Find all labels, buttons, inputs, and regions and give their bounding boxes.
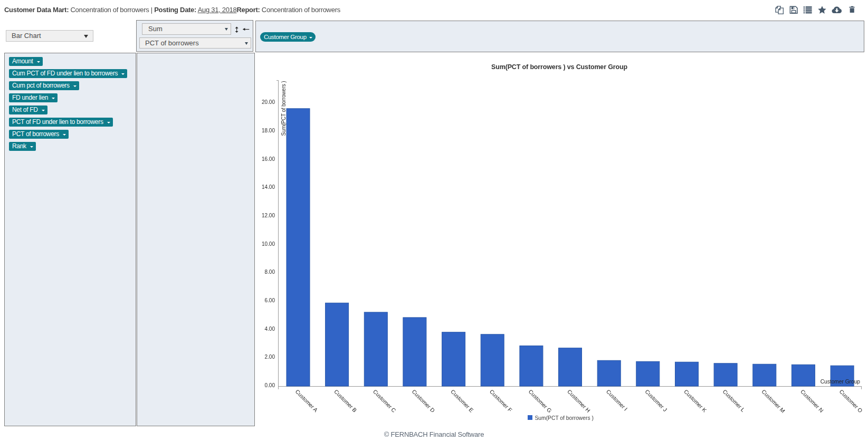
svg-text:16.00: 16.00 xyxy=(262,156,275,162)
svg-text:0.00: 0.00 xyxy=(265,382,275,388)
svg-text:Customer D: Customer D xyxy=(411,388,436,414)
svg-text:Customer C: Customer C xyxy=(372,388,397,414)
svg-text:Sum(PCT of borrowers ) vs Cust: Sum(PCT of borrowers ) vs Customer Group xyxy=(491,63,627,71)
svg-text:Customer O: Customer O xyxy=(838,388,864,414)
svg-text:Customer N: Customer N xyxy=(799,388,825,414)
svg-text:Customer Group: Customer Group xyxy=(821,379,861,385)
svg-text:Customer F: Customer F xyxy=(489,388,513,413)
svg-text:10.00: 10.00 xyxy=(262,241,275,247)
svg-text:Sum(PCT of borrowers ): Sum(PCT of borrowers ) xyxy=(535,415,594,421)
svg-text:Customer J: Customer J xyxy=(644,388,668,413)
svg-text:12.00: 12.00 xyxy=(262,213,275,218)
svg-text:Customer H: Customer H xyxy=(566,388,592,414)
svg-text:18.00: 18.00 xyxy=(262,128,275,133)
svg-text:Customer I: Customer I xyxy=(605,388,629,412)
svg-text:Customer K: Customer K xyxy=(683,388,708,414)
svg-text:20.00: 20.00 xyxy=(262,99,275,105)
svg-text:Sum(PCT of borrowers ): Sum(PCT of borrowers ) xyxy=(281,81,287,136)
svg-text:Customer B: Customer B xyxy=(333,388,358,414)
svg-text:Customer G: Customer G xyxy=(527,388,553,414)
svg-text:6.00: 6.00 xyxy=(265,298,275,303)
svg-text:14.00: 14.00 xyxy=(262,184,275,190)
svg-text:Customer E: Customer E xyxy=(450,388,475,414)
svg-text:2.00: 2.00 xyxy=(265,354,275,360)
svg-text:Customer A: Customer A xyxy=(294,388,319,413)
svg-text:Customer L: Customer L xyxy=(722,388,747,413)
svg-text:8.00: 8.00 xyxy=(265,269,275,275)
svg-text:Customer M: Customer M xyxy=(760,388,786,414)
svg-text:4.00: 4.00 xyxy=(265,326,275,332)
